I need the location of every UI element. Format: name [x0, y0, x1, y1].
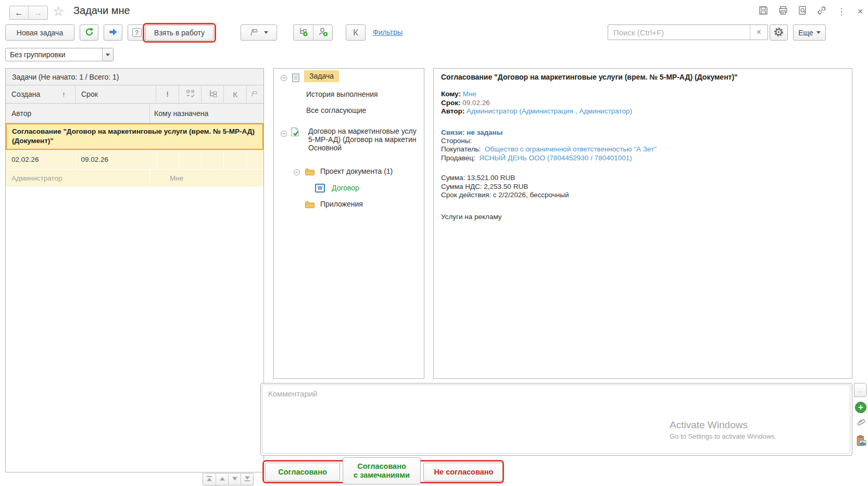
comment-container [260, 383, 852, 456]
column-importance[interactable]: ! [156, 85, 179, 103]
reject-button[interactable]: Не согласовано [423, 463, 504, 481]
tree-expander[interactable] [280, 130, 287, 139]
column-assignee[interactable]: Кому назначена [150, 104, 263, 123]
links-line[interactable]: Связи: не заданы [441, 129, 845, 137]
forward-task-button[interactable] [104, 24, 122, 41]
scroll-top-button[interactable] [203, 474, 216, 485]
task-row-title[interactable]: Согласование "Договор на маркетинговые у… [6, 123, 263, 150]
tasks-panel-header: Задачи (Не начато: 1 / Всего: 1) [6, 69, 263, 85]
page-title: Задачи мне [73, 5, 130, 17]
status-icons [186, 89, 195, 99]
question-icon: ? [132, 28, 142, 37]
scroll-up-button[interactable] [216, 474, 228, 485]
dropdown-caret-icon [106, 54, 110, 56]
dropdown-caret-icon [816, 31, 821, 34]
tasks-window: ← → ☆ Задачи мне ⋮ × Новая задача ? Взят… [0, 0, 868, 486]
save-button[interactable] [757, 5, 770, 18]
preview-button[interactable] [796, 5, 809, 18]
forward-icon: → [34, 8, 43, 18]
take-to-work-button[interactable]: Взять в работу [145, 25, 213, 41]
add-comment-button[interactable]: + [855, 402, 866, 413]
tree-item-attachments-folder[interactable]: Приложения [320, 200, 363, 208]
tree-item-contract[interactable]: Договор на маркетинговые услу 5-МР-АД) (… [308, 127, 424, 152]
tasks-columns-row-1: Создана ↑ Срок ! К [6, 85, 263, 104]
search-clear-button[interactable]: × [750, 25, 768, 40]
scroll-up-icon [219, 475, 226, 484]
flag-icon [249, 28, 261, 37]
activate-windows-hint: Go to Settings to activate Windows. [670, 432, 776, 440]
plus-icon: + [858, 402, 863, 413]
settings-button[interactable] [770, 24, 788, 41]
column-created[interactable]: Создана ↑ [6, 85, 76, 103]
search-box: × [608, 24, 768, 40]
parties-label: Стороны: [441, 137, 845, 145]
tree-item-draft-folder[interactable]: Проект документа (1) [320, 167, 393, 175]
column-status[interactable] [179, 85, 202, 103]
get-link-button[interactable] [815, 5, 828, 18]
seller-link[interactable]: ЯСНЫЙ ДЕНЬ ООО (7804452930 / 780401001) [479, 154, 632, 162]
tree-expander[interactable] [293, 169, 300, 178]
new-task-button[interactable]: Новая задача [5, 24, 74, 41]
tree-item-task[interactable]: Задача [304, 70, 339, 82]
preview-icon [797, 5, 808, 18]
tree-item-history[interactable]: История выполнения [306, 90, 378, 98]
k-button[interactable]: К [346, 24, 366, 41]
forward-button[interactable]: → [29, 6, 47, 19]
task-author-cell: Администратор [6, 170, 150, 187]
assignee-link[interactable]: Мне [463, 90, 476, 98]
ellipsis-icon: ... [857, 387, 863, 393]
refresh-button[interactable] [80, 24, 98, 41]
back-icon: ← [15, 8, 23, 18]
redirect-person-button[interactable] [313, 25, 333, 40]
tree-item-contract-file[interactable]: Договор [332, 184, 359, 192]
column-subtasks[interactable] [202, 85, 224, 103]
window-more-button[interactable]: ⋮ [836, 5, 847, 18]
subtasks-tree-icon [208, 89, 218, 99]
more-button[interactable]: Еще [793, 24, 826, 41]
flag-dropdown-button[interactable] [241, 24, 277, 41]
scroll-bottom-button[interactable] [241, 474, 253, 485]
task-row-dates[interactable]: 02.02.26 09.02.26 [6, 150, 263, 169]
task-due-cell: 09.02.26 [76, 150, 156, 169]
favorite-star-icon[interactable]: ☆ [53, 4, 64, 19]
details-author-line: Автор: Администратор (Администрация , Ад… [441, 107, 845, 116]
grouping-caret-button[interactable] [102, 48, 113, 61]
tree-item-approvers[interactable]: Все согласующие [306, 106, 366, 114]
back-button[interactable]: ← [10, 6, 29, 19]
comment-more-button[interactable]: ... [854, 383, 867, 397]
list-scroll-buttons [203, 473, 254, 485]
print-button[interactable] [777, 5, 789, 18]
buyer-link[interactable]: Общество с ограниченной ответственностью… [485, 145, 657, 153]
column-flag[interactable] [247, 85, 263, 103]
author-link[interactable]: Администратор (Администрация , Администр… [467, 107, 632, 115]
exclamation-icon: ! [166, 90, 169, 98]
redirect-subtasks-button[interactable] [294, 25, 313, 40]
sort-asc-icon: ↑ [62, 90, 66, 98]
task-structure-tree: Задача История выполнения Все согласующи… [273, 68, 424, 379]
tree-expander[interactable] [280, 74, 287, 84]
flag-icon [250, 90, 260, 98]
column-k[interactable]: К [224, 85, 247, 103]
link-icon [816, 5, 827, 18]
task-description: Услуги на рекламу [441, 213, 845, 221]
paste-image-button[interactable] [855, 436, 866, 448]
attach-file-button[interactable] [856, 419, 866, 430]
task-row-people[interactable]: Администратор Мне [6, 169, 263, 187]
tasks-list-panel: Задачи (Не начато: 1 / Всего: 1) Создана… [5, 68, 264, 472]
column-due[interactable]: Срок [76, 85, 156, 103]
filters-link[interactable]: Фильтры [373, 28, 402, 36]
refresh-icon [84, 27, 94, 39]
approve-button[interactable]: Согласовано [265, 463, 340, 481]
column-author[interactable]: Автор [6, 104, 150, 123]
help-button[interactable]: ? [128, 24, 146, 41]
close-button[interactable]: × [855, 5, 865, 18]
scroll-down-button[interactable] [228, 474, 241, 485]
folder-icon [305, 168, 315, 178]
search-input[interactable] [608, 25, 750, 40]
blue-arrow-icon [108, 27, 118, 39]
comment-input[interactable] [262, 385, 850, 454]
grouping-select[interactable]: Без группировки [5, 48, 114, 61]
close-icon: × [857, 6, 863, 17]
word-doc-icon: W [315, 184, 325, 193]
approve-with-remarks-button[interactable]: Согласовано с замечаниями [343, 457, 421, 484]
